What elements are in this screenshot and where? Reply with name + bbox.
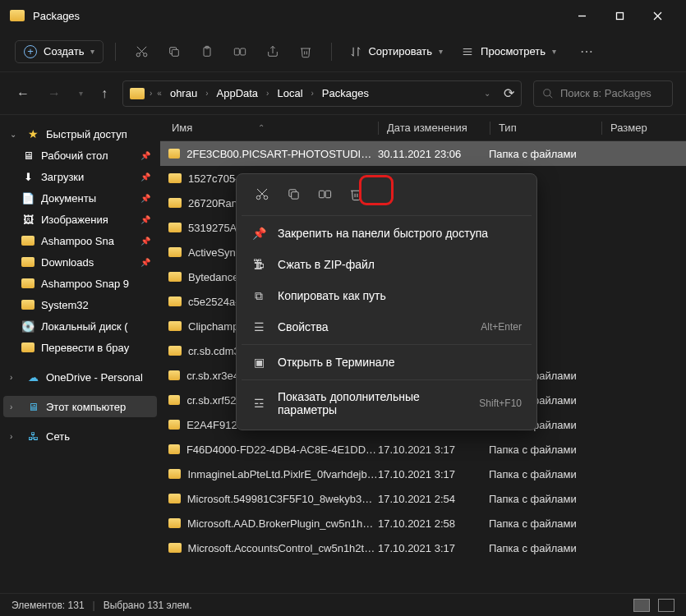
- pin-icon: 📌: [140, 215, 150, 224]
- sort-icon: [350, 46, 361, 57]
- col-size[interactable]: Размер: [602, 122, 678, 134]
- chevron-down-icon[interactable]: ▾: [76, 85, 86, 101]
- cm-more[interactable]: ☲Показать дополнительные параметрыShift+…: [242, 382, 532, 425]
- table-row[interactable]: F46D4000-FD22-4DB4-AC8E-4E1DDDE828...17.…: [160, 437, 686, 462]
- sidebar-item[interactable]: 🖥Рабочий стол📌: [3, 145, 157, 166]
- paste-button[interactable]: [193, 38, 221, 66]
- image-icon: 🖼: [21, 213, 35, 226]
- maximize-button[interactable]: [601, 3, 638, 28]
- table-row[interactable]: Microsoft.AccountsControl_cw5n1h2txy...1…: [160, 536, 686, 560]
- table-row[interactable]: InmagineLabPteLtd.PixlrE_0fvarhdejbjpm17…: [160, 462, 686, 486]
- folder-icon: [168, 223, 182, 232]
- folder-icon: [168, 370, 180, 380]
- table-row[interactable]: Microsoft.AAD.BrokerPlugin_cw5n1h2txy...…: [160, 511, 686, 536]
- sidebar-item[interactable]: Ashampoo Snap 9: [3, 273, 157, 294]
- more-button[interactable]: ⋯: [573, 38, 601, 66]
- sort-button[interactable]: Сортировать ▾: [343, 41, 449, 62]
- refresh-button[interactable]: ⟳: [504, 85, 514, 101]
- folder-icon: [168, 198, 182, 208]
- delete-button[interactable]: [292, 38, 320, 66]
- cm-pin[interactable]: 📌Закрепить на панели быстрого доступа: [242, 218, 532, 249]
- chevron-down-icon: ▾: [90, 47, 94, 56]
- rename-button[interactable]: [226, 38, 254, 66]
- folder-icon: [168, 444, 180, 454]
- sidebar-item[interactable]: 📄Документы📌: [3, 187, 157, 209]
- svg-rect-12: [241, 48, 246, 55]
- col-date[interactable]: Дата изменения: [379, 122, 490, 134]
- status-elements: Элементов: 131: [12, 600, 85, 611]
- pin-icon: 📌: [140, 237, 150, 246]
- document-icon: 📄: [21, 191, 35, 205]
- folder-icon: [21, 255, 35, 269]
- sidebar-quick-access[interactable]: ⌄ ★ Быстрый доступ: [3, 123, 157, 145]
- copy-button[interactable]: [160, 38, 188, 66]
- view-button[interactable]: Просмотреть ▾: [454, 41, 563, 62]
- search-input[interactable]: Поиск в: Packages: [533, 80, 673, 107]
- pin-icon: 📌: [140, 194, 150, 203]
- breadcrumb[interactable]: Packages: [319, 85, 372, 101]
- folder-icon: [21, 341, 35, 354]
- sidebar-onedrive[interactable]: › ☁ OneDrive - Personal: [3, 366, 157, 388]
- table-row[interactable]: 2FE3CB00.PICSART-PHOTOSTUDIO_crhqp30.11.…: [160, 141, 686, 166]
- window-title: Packages: [33, 10, 563, 22]
- forward-button[interactable]: →: [44, 83, 64, 104]
- address-bar[interactable]: › « ohrau› AppData› Local› Packages ⌄ ⟳: [122, 80, 522, 107]
- chevron-down-icon[interactable]: ⌄: [484, 89, 490, 98]
- breadcrumb[interactable]: ohrau: [167, 85, 200, 101]
- desktop-icon: 🖥: [21, 149, 35, 162]
- sidebar-item[interactable]: Перевести в брау: [3, 337, 157, 358]
- sidebar-item[interactable]: 💽Локальный диск (: [3, 315, 157, 337]
- chevron-down-icon: ⌄: [10, 130, 20, 139]
- zip-icon: 🗜: [251, 257, 266, 272]
- context-menu: 📌Закрепить на панели быстрого доступа 🗜С…: [236, 173, 537, 430]
- col-type[interactable]: Тип: [490, 122, 601, 134]
- cm-zip[interactable]: 🗜Сжать в ZIP-файл: [242, 249, 532, 280]
- plus-icon: +: [24, 45, 37, 58]
- tiles-view-button[interactable]: [658, 599, 674, 612]
- sidebar-item[interactable]: ⬇Загрузки📌: [3, 166, 157, 187]
- folder-icon: [21, 234, 35, 247]
- cm-rename-button[interactable]: [309, 181, 340, 207]
- chevron-down-icon: ▾: [552, 47, 556, 56]
- svg-rect-24: [319, 191, 324, 198]
- folder-icon: [21, 277, 35, 290]
- folder-icon: [130, 88, 145, 99]
- statusbar: Элементов: 131 | Выбрано 131 элем.: [0, 593, 686, 616]
- up-button[interactable]: ↑: [98, 83, 111, 104]
- col-name[interactable]: Имя⌃: [168, 122, 378, 134]
- cm-copy-button[interactable]: [278, 181, 309, 207]
- cm-properties[interactable]: ☰СвойстваAlt+Enter: [242, 311, 532, 342]
- details-view-button[interactable]: [633, 599, 650, 612]
- cm-delete-button[interactable]: [340, 181, 371, 207]
- folder-icon: [168, 518, 181, 528]
- cut-button[interactable]: [127, 38, 155, 66]
- sidebar-item[interactable]: System32: [3, 294, 157, 315]
- sidebar-item[interactable]: Ashampoo Sna📌: [3, 230, 157, 251]
- folder-icon: [21, 298, 35, 311]
- breadcrumb[interactable]: Local: [274, 85, 306, 101]
- create-button[interactable]: + Создать ▾: [15, 40, 104, 63]
- folder-icon: [168, 149, 180, 159]
- pin-icon: 📌: [140, 151, 150, 160]
- breadcrumb[interactable]: AppData: [214, 85, 262, 101]
- copy-path-icon: ⧉: [251, 288, 266, 303]
- folder-icon: [168, 297, 182, 306]
- sidebar-item[interactable]: Downloads📌: [3, 251, 157, 273]
- sidebar-this-pc[interactable]: › 🖥 Этот компьютер: [3, 396, 157, 417]
- cm-copy-path[interactable]: ⧉Копировать как путь: [242, 280, 532, 311]
- back-button[interactable]: ←: [13, 83, 33, 104]
- table-row[interactable]: Microsoft.549981C3F5F10_8wekyb3d8bb...17…: [160, 486, 686, 511]
- close-button[interactable]: [638, 3, 676, 28]
- star-icon: ★: [26, 127, 39, 140]
- folder-icon: [168, 321, 182, 331]
- titlebar: Packages: [0, 0, 686, 31]
- disk-icon: 💽: [21, 319, 35, 333]
- folder-icon: [168, 346, 182, 356]
- sidebar-network[interactable]: › 🖧 Сеть: [3, 425, 157, 447]
- cm-cut-button[interactable]: [246, 181, 278, 207]
- minimize-button[interactable]: [563, 3, 601, 28]
- sidebar-item[interactable]: 🖼Изображения📌: [3, 209, 157, 230]
- share-button[interactable]: [259, 38, 287, 66]
- status-selected: Выбрано 131 элем.: [104, 600, 192, 611]
- cm-terminal[interactable]: ▣Открыть в Терминале: [242, 347, 532, 378]
